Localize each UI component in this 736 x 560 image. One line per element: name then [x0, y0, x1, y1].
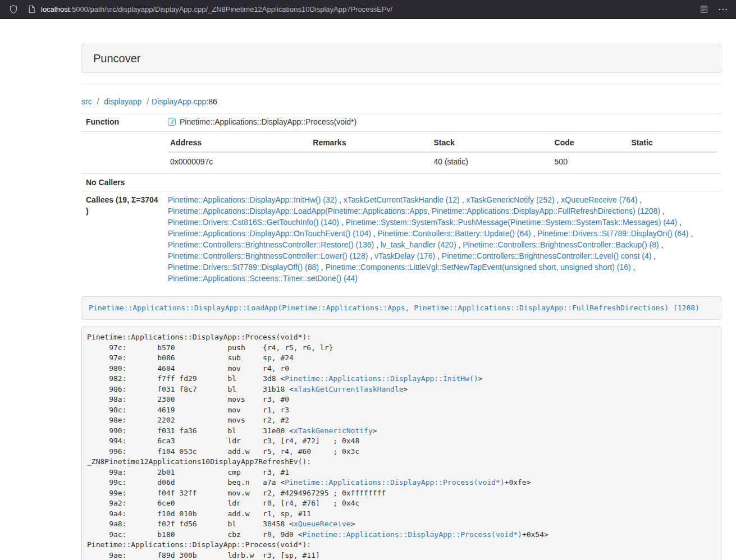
function-row: Function f Pinetime::Applications::Displ…	[81, 113, 721, 132]
callee-link[interactable]: Pinetime::Controllers::BrightnessControl…	[168, 251, 368, 260]
stack-cell: 40 (static)	[431, 152, 552, 171]
callee-link[interactable]: Pinetime::Applications::Screens::Timer::…	[168, 274, 358, 283]
callee-separator: ,	[337, 195, 344, 204]
callee-separator: ,	[659, 240, 664, 249]
col-remarks: Remarks	[310, 135, 431, 152]
breadcrumb-link-file[interactable]: DisplayApp.cpp	[152, 97, 206, 106]
callee-separator: ,	[651, 251, 656, 260]
callee-separator: ,	[689, 229, 693, 238]
callee-link[interactable]: vTaskDelay (176)	[374, 251, 435, 260]
callee-separator: ,	[374, 240, 381, 249]
col-static: Static	[629, 135, 717, 152]
callee-link[interactable]: lv_task_handler (420)	[381, 240, 456, 249]
breadcrumb: src / displayapp /DisplayApp.cpp:86	[81, 96, 721, 107]
callee-separator: ,	[460, 195, 467, 204]
callee-link[interactable]: Pinetime::Applications::DisplayApp::OnTo…	[168, 229, 371, 238]
browser-chrome: localhost:5000/path/src/displayapp/Displ…	[0, 0, 736, 19]
callee-separator: ,	[677, 218, 682, 227]
main-content: Puncover src / displayapp /DisplayApp.cp…	[81, 19, 721, 560]
stats-values-row: 0x0000097c 40 (static) 500	[168, 152, 717, 171]
callee-link[interactable]: Pinetime::Drivers::St7789::DisplayOff() …	[168, 263, 319, 272]
callee-link[interactable]: Pinetime::Applications::DisplayApp::Init…	[168, 195, 337, 204]
callee-link[interactable]: xTaskGenericNotify (252)	[466, 195, 554, 204]
breadcrumb-link-src[interactable]: src	[81, 97, 92, 106]
url-path: :5000/path/src/displayapp/DisplayApp.cpp…	[70, 5, 392, 13]
callee-separator: ,	[660, 206, 665, 215]
page-favicon-icon	[28, 5, 35, 13]
col-stack: Stack	[431, 135, 552, 152]
code-symbol-link[interactable]: xQueueReceive	[294, 520, 351, 528]
function-type-icon: f	[168, 117, 176, 128]
callee-link[interactable]: xQueueReceive (764)	[561, 195, 637, 204]
no-callers-label: No Callers	[81, 174, 163, 191]
callee-separator: ,	[631, 263, 636, 272]
code-symbol-link[interactable]: Pinetime::Applications::DisplayApp::Proc…	[285, 478, 504, 486]
callees-label: Callees (19, Σ=3704 )	[81, 191, 163, 287]
code-symbol-link[interactable]: xTaskGetCurrentTaskHandle	[294, 385, 404, 393]
callee-link[interactable]: xTaskGetCurrentTaskHandle (12)	[344, 195, 460, 204]
callee-separator: ,	[555, 195, 561, 204]
disassembly: Pinetime::Applications::DisplayApp::Proc…	[81, 327, 721, 560]
callee-link[interactable]: Pinetime::Components::LittleVgl::SetNewT…	[326, 263, 631, 272]
callee-link[interactable]: Pinetime::Drivers::Cst816S::GetTouchInfo…	[168, 218, 339, 227]
stats-row: Address Remarks Stack Code Static 0x0000…	[81, 132, 721, 174]
app-header-panel: Puncover	[81, 44, 721, 73]
callee-separator: ,	[456, 240, 463, 249]
callees-row: Callees (19, Σ=3704 ) Pinetime::Applicat…	[81, 191, 721, 287]
callee-separator: ,	[319, 263, 326, 272]
snippet-header-panel: Pinetime::Applications::DisplayApp::Load…	[81, 296, 721, 320]
remarks-cell	[310, 152, 431, 171]
callee-link[interactable]: Pinetime::Controllers::BrightnessControl…	[442, 251, 651, 260]
callee-separator: ,	[371, 229, 378, 238]
tracking-protection-shield-icon[interactable]	[9, 4, 18, 14]
callee-separator: ,	[637, 195, 642, 204]
breadcrumb-separator: /	[97, 97, 99, 106]
callee-separator: ,	[435, 251, 442, 260]
address-bar[interactable]: localhost:5000/path/src/displayapp/Displ…	[41, 5, 690, 13]
col-address: Address	[168, 135, 310, 152]
stats-table: Address Remarks Stack Code Static 0x0000…	[168, 135, 717, 171]
callee-link[interactable]: Pinetime::Controllers::BrightnessControl…	[463, 240, 659, 249]
reader-mode-icon[interactable]	[700, 5, 708, 13]
no-callers-row: No Callers	[81, 174, 721, 191]
code-symbol-link[interactable]: Pinetime::Applications::DisplayApp::Proc…	[303, 530, 522, 539]
overflow-menu-icon[interactable]: ⋯	[718, 4, 728, 14]
app-title: Puncover	[93, 52, 710, 65]
callees-list: Pinetime::Applications::DisplayApp::Init…	[163, 191, 721, 287]
url-host: localhost	[41, 5, 70, 13]
callee-separator: ,	[531, 229, 538, 238]
breadcrumb-line-number: :86	[206, 97, 217, 106]
function-label: Function	[81, 113, 163, 132]
callee-link[interactable]: Pinetime::Controllers::BrightnessControl…	[168, 240, 374, 249]
static-cell	[629, 152, 717, 171]
symbol-detail-table: Function f Pinetime::Applications::Displ…	[81, 113, 721, 287]
callee-link[interactable]: Pinetime::System::SystemTask::PushMessag…	[346, 218, 678, 227]
stats-row-label	[81, 132, 163, 174]
snippet-symbol-link[interactable]: Pinetime::Applications::DisplayApp::Load…	[89, 304, 700, 312]
code-symbol-link[interactable]: Pinetime::Applications::DisplayApp::Init…	[285, 374, 478, 383]
callee-link[interactable]: Pinetime::Controllers::Battery::Update()…	[378, 229, 531, 238]
address-cell: 0x0000097c	[168, 152, 310, 171]
code-cell: 500	[552, 152, 629, 171]
callee-separator: ,	[368, 251, 374, 260]
callee-link[interactable]: Pinetime::Drivers::St7789::DisplayOn() (…	[537, 229, 688, 238]
callee-separator: ,	[339, 218, 346, 227]
col-code: Code	[552, 135, 629, 152]
function-name: Pinetime::Applications::DisplayApp::Proc…	[180, 117, 356, 126]
code-symbol-link[interactable]: xTaskGenericNotify	[294, 426, 373, 435]
breadcrumb-link-displayapp[interactable]: displayapp	[104, 97, 141, 106]
breadcrumb-separator: /	[147, 97, 149, 106]
divider	[81, 84, 721, 85]
callee-link[interactable]: Pinetime::Applications::DisplayApp::Load…	[168, 206, 660, 215]
